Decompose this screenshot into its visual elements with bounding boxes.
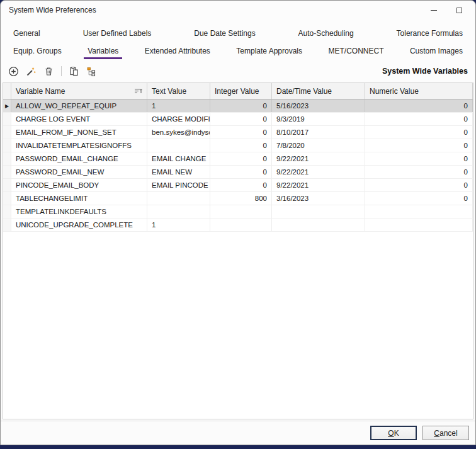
header-row-selector xyxy=(3,83,11,99)
tree-view-icon[interactable] xyxy=(86,66,97,77)
table-row[interactable]: UNICODE_UPGRADE_COMPLETE1 xyxy=(3,219,473,232)
cell-datetime-value[interactable]: 9/3/2019 xyxy=(272,113,365,125)
column-header-variable-name[interactable]: Variable Name xyxy=(11,83,147,99)
window-controls xyxy=(421,1,472,20)
tab-met-connect[interactable]: MET/CONNECT xyxy=(320,42,391,60)
cell-integer-value[interactable]: 0 xyxy=(210,126,272,139)
row-selector-cell[interactable] xyxy=(3,126,11,139)
column-header-numeric-value[interactable]: Numeric Value xyxy=(365,83,473,99)
cell-datetime-value[interactable]: 3/16/2023 xyxy=(272,192,365,205)
cell-datetime-value[interactable]: 5/16/2023 xyxy=(272,99,365,112)
cell-integer-value[interactable]: 800 xyxy=(210,192,272,205)
cell-numeric-value[interactable]: 0 xyxy=(365,126,473,139)
cell-datetime-value[interactable]: 9/22/2021 xyxy=(272,166,365,178)
column-header-datetime-value[interactable]: Date/Time Value xyxy=(272,83,365,99)
cell-text-value[interactable]: EMAIL NEW xyxy=(147,166,210,178)
cell-variable-name[interactable]: TEMPLATELINKDEFAULTS xyxy=(11,205,147,218)
cell-variable-name[interactable]: INVALIDATETEMPLATESIGNOFFS xyxy=(11,139,147,152)
table-row[interactable]: TABLECHANGELIMIT8003/16/20230 xyxy=(3,192,473,205)
cell-datetime-value[interactable]: 9/22/2021 xyxy=(272,152,365,165)
cell-numeric-value[interactable] xyxy=(365,219,473,231)
table-row[interactable]: CHARGE LOG EVENTCHARGE MODIFIC09/3/20190 xyxy=(3,113,473,126)
row-selector-cell[interactable] xyxy=(3,192,11,205)
tab-due-date-settings[interactable]: Due Date Settings xyxy=(186,25,263,42)
row-selector-cell[interactable] xyxy=(3,205,11,218)
cell-datetime-value[interactable]: 8/10/2017 xyxy=(272,126,365,139)
cell-variable-name[interactable]: CHARGE LOG EVENT xyxy=(11,113,147,125)
row-selector-cell[interactable]: ▶ xyxy=(3,99,11,112)
system-wide-preferences-dialog: System Wide Preferences General User Def… xyxy=(0,0,476,445)
table-row[interactable]: TEMPLATELINKDEFAULTS xyxy=(3,205,473,219)
row-selector-cell[interactable] xyxy=(3,166,11,178)
cell-text-value[interactable] xyxy=(147,192,210,205)
cell-numeric-value[interactable]: 0 xyxy=(365,139,473,152)
cell-variable-name[interactable]: PASSWORD_EMAIL_CHANGE xyxy=(11,152,147,165)
tab-general[interactable]: General xyxy=(6,25,48,42)
cell-integer-value[interactable] xyxy=(210,219,272,231)
paste-icon[interactable] xyxy=(69,66,79,77)
row-selector-cell[interactable] xyxy=(3,219,11,231)
cell-variable-name[interactable]: ALLOW_WO_REPEAT_EQUIP xyxy=(11,99,147,112)
table-row[interactable]: INVALIDATETEMPLATESIGNOFFS07/8/20200 xyxy=(3,139,473,152)
row-selector-cell[interactable] xyxy=(3,113,11,125)
table-row[interactable]: PASSWORD_EMAIL_NEWEMAIL NEW09/22/20210 xyxy=(3,166,473,179)
ok-button[interactable]: OK xyxy=(370,426,417,440)
cell-integer-value[interactable] xyxy=(210,205,272,218)
tab-tolerance-formulas[interactable]: Tolerance Formulas xyxy=(389,25,470,42)
cell-variable-name[interactable]: TABLECHANGELIMIT xyxy=(11,192,147,205)
tab-user-defined-labels[interactable]: User Defined Labels xyxy=(76,25,159,42)
sort-ascending-icon[interactable] xyxy=(134,88,142,94)
tab-extended-attributes[interactable]: Extended Attributes xyxy=(137,42,218,60)
table-row[interactable]: ▶ALLOW_WO_REPEAT_EQUIP105/16/20230 xyxy=(3,99,473,113)
cell-datetime-value[interactable]: 9/22/2021 xyxy=(272,179,365,191)
cell-variable-name[interactable]: PASSWORD_EMAIL_NEW xyxy=(11,166,147,178)
tab-auto-scheduling[interactable]: Auto-Scheduling xyxy=(291,25,361,42)
cell-variable-name[interactable]: UNICODE_UPGRADE_COMPLETE xyxy=(11,219,147,231)
cell-text-value[interactable]: 1 xyxy=(147,219,210,231)
cell-text-value[interactable]: EMAIL CHANGE xyxy=(147,152,210,165)
cell-numeric-value[interactable] xyxy=(365,205,473,218)
cell-variable-name[interactable]: PINCODE_EMAIL_BODY xyxy=(11,179,147,191)
column-header-text-value[interactable]: Text Value xyxy=(147,83,210,99)
table-row[interactable]: PASSWORD_EMAIL_CHANGEEMAIL CHANGE09/22/2… xyxy=(3,152,473,166)
row-selector-cell[interactable] xyxy=(3,179,11,191)
cell-datetime-value[interactable] xyxy=(272,205,365,218)
maximize-icon xyxy=(456,8,462,13)
tab-template-approvals[interactable]: Template Approvals xyxy=(229,42,310,60)
edit-wand-icon[interactable] xyxy=(26,66,37,77)
table-row[interactable]: EMAIL_FROM_IF_NONE_SETben.sykes@indyso08… xyxy=(3,126,473,139)
row-selector-cell[interactable] xyxy=(3,139,11,152)
cell-integer-value[interactable]: 0 xyxy=(210,113,272,125)
tab-custom-images[interactable]: Custom Images xyxy=(402,42,470,60)
cell-text-value[interactable]: CHARGE MODIFIC xyxy=(147,113,210,125)
cell-integer-value[interactable]: 0 xyxy=(210,99,272,112)
column-header-integer-value[interactable]: Integer Value xyxy=(210,83,272,99)
table-row[interactable]: PINCODE_EMAIL_BODYEMAIL PINCODE09/22/202… xyxy=(3,179,473,192)
cell-numeric-value[interactable]: 0 xyxy=(365,166,473,178)
add-icon[interactable] xyxy=(8,66,19,77)
tab-variables[interactable]: Variables xyxy=(80,42,126,60)
maximize-button[interactable] xyxy=(446,1,472,20)
cell-text-value[interactable] xyxy=(147,139,210,152)
cell-text-value[interactable]: EMAIL PINCODE xyxy=(147,179,210,191)
cell-numeric-value[interactable]: 0 xyxy=(365,113,473,125)
cell-text-value[interactable]: 1 xyxy=(147,99,210,112)
tab-equip-groups[interactable]: Equip. Groups xyxy=(6,42,69,60)
cell-datetime-value[interactable]: 7/8/2020 xyxy=(272,139,365,152)
cell-integer-value[interactable]: 0 xyxy=(210,139,272,152)
cell-numeric-value[interactable]: 0 xyxy=(365,99,473,112)
cell-integer-value[interactable]: 0 xyxy=(210,152,272,165)
delete-icon[interactable] xyxy=(43,66,54,77)
cell-variable-name[interactable]: EMAIL_FROM_IF_NONE_SET xyxy=(11,126,147,139)
cancel-button[interactable]: Cancel xyxy=(422,426,469,440)
cell-text-value[interactable] xyxy=(147,205,210,218)
cell-numeric-value[interactable]: 0 xyxy=(365,192,473,205)
cell-numeric-value[interactable]: 0 xyxy=(365,179,473,191)
cell-integer-value[interactable]: 0 xyxy=(210,179,272,191)
minimize-button[interactable] xyxy=(421,1,446,20)
cell-integer-value[interactable]: 0 xyxy=(210,166,272,178)
cell-text-value[interactable]: ben.sykes@indyso xyxy=(147,126,210,139)
cell-datetime-value[interactable] xyxy=(272,219,365,231)
row-selector-cell[interactable] xyxy=(3,152,11,165)
cell-numeric-value[interactable]: 0 xyxy=(365,152,473,165)
